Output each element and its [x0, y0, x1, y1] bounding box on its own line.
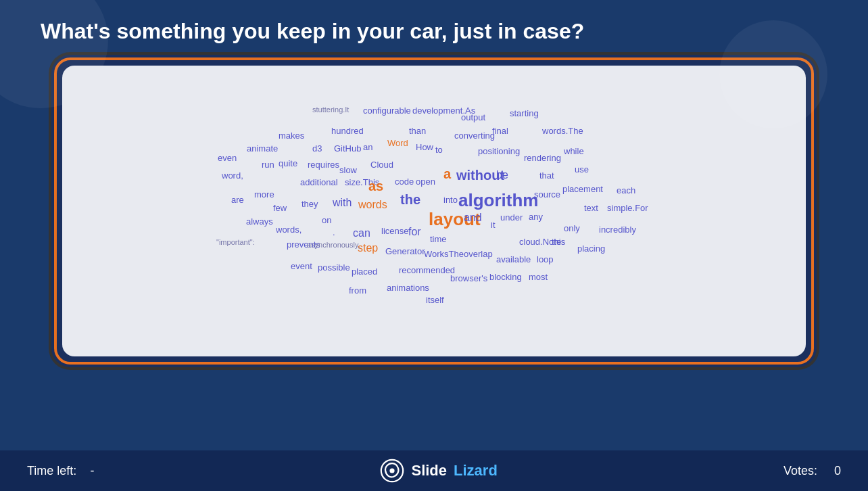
word-item: rendering: [524, 154, 561, 162]
word-item: as: [368, 179, 383, 193]
word-item: placing: [577, 244, 605, 253]
logo-lizard: Lizard: [454, 462, 498, 480]
word-item: output: [461, 113, 485, 122]
word-item: license: [381, 227, 408, 235]
word-item: time: [430, 235, 447, 243]
word-item: each: [617, 186, 635, 195]
word-item: stuttering.It: [312, 106, 349, 114]
word-item: open: [416, 177, 435, 186]
word-item: most: [529, 273, 548, 281]
word-item: additional: [300, 178, 338, 187]
votes-label: Votes:: [783, 464, 817, 477]
word-item: a: [443, 167, 451, 181]
word-item: step: [358, 243, 378, 254]
word-item: an: [363, 143, 372, 151]
logo-slide: Slide: [411, 462, 447, 480]
word-item: itself: [426, 296, 444, 304]
word-item: to: [435, 145, 443, 154]
word-item: blocking: [489, 273, 522, 281]
word-item: slow: [339, 166, 357, 174]
word-item: configurable: [363, 106, 411, 115]
word-item: d3: [312, 144, 322, 153]
word-item: requires: [308, 160, 339, 169]
word-item: event: [291, 262, 312, 271]
word-item: animations: [387, 283, 429, 292]
word-item: only: [564, 224, 580, 233]
word-item: words: [358, 200, 387, 210]
word-item: are: [231, 195, 244, 204]
word-item: for: [408, 227, 421, 237]
svg-point-1: [390, 468, 395, 473]
word-item: positioning: [478, 147, 520, 156]
word-item: use: [575, 165, 589, 174]
word-item: this: [552, 237, 565, 246]
word-item: quite: [279, 159, 297, 168]
votes-value: 0: [834, 464, 841, 477]
word-item: Generator: [385, 247, 425, 256]
word-item: "important":: [216, 239, 255, 246]
word-cloud-container: stuttering.Itconfigurabledevelopment.Aso…: [54, 57, 814, 365]
word-item: with: [333, 197, 352, 208]
word-item: How: [416, 143, 433, 151]
word-item: placement: [562, 185, 603, 193]
word-item: can: [353, 228, 370, 239]
word-item: any: [529, 212, 543, 221]
word-item: always: [246, 217, 273, 226]
word-item: words.The: [542, 126, 583, 135]
word-item: be: [496, 170, 508, 181]
word-item: it: [491, 220, 496, 229]
word-item: more: [254, 190, 274, 199]
word-item: Word: [387, 139, 408, 147]
word-item: hundred: [331, 126, 364, 135]
word-item: run: [262, 160, 274, 169]
word-item: asynchronously,: [307, 241, 360, 249]
word-item: few: [273, 204, 287, 212]
word-item: starting: [510, 109, 539, 118]
word-item: recommended: [399, 266, 455, 275]
question-title: What's something you keep in your car, j…: [0, 0, 868, 57]
word-item: under: [500, 213, 523, 222]
word-item: that: [539, 171, 554, 180]
word-item: converting: [454, 131, 495, 140]
word-item: into: [443, 195, 458, 204]
footer: Time left: - SlideLizard Votes: 0: [0, 450, 868, 491]
word-item: overlap: [464, 250, 493, 258]
word-item: code: [395, 177, 414, 186]
word-item: from: [349, 286, 366, 295]
word-item: WorksThe: [424, 250, 464, 258]
word-item: browser's: [450, 274, 487, 283]
word-item: words,: [276, 225, 302, 234]
word-item: animate: [247, 144, 278, 153]
word-item: simple.For: [607, 204, 648, 212]
word-item: the: [400, 193, 420, 206]
time-left: Time left: -: [27, 464, 94, 478]
time-left-label: Time left:: [27, 464, 76, 477]
word-item: Cloud: [370, 160, 393, 169]
word-item: possible: [318, 263, 350, 272]
word-item: placed: [352, 267, 377, 276]
word-item: incredibly: [599, 225, 636, 234]
word-item: loop: [537, 255, 554, 264]
word-item: while: [564, 147, 584, 156]
word-item: makes: [279, 131, 304, 140]
word-item: available: [496, 255, 531, 264]
word-item: on: [322, 216, 331, 225]
word-item: they: [302, 200, 318, 208]
word-item: GitHub: [334, 144, 361, 153]
word-item: and: [464, 212, 482, 223]
logo: SlideLizard: [380, 459, 497, 483]
word-cloud-canvas: stuttering.Itconfigurabledevelopment.Aso…: [62, 66, 806, 356]
word-item: .: [333, 228, 335, 237]
word-item: final: [492, 126, 508, 135]
word-item: text: [584, 204, 598, 212]
votes: Votes: 0: [783, 464, 841, 478]
time-value: -: [90, 464, 94, 477]
word-item: than: [409, 126, 426, 135]
word-item: algorithm: [458, 191, 538, 209]
word-item: word,: [222, 171, 243, 180]
word-item: even: [218, 154, 237, 162]
logo-icon: [380, 459, 404, 483]
